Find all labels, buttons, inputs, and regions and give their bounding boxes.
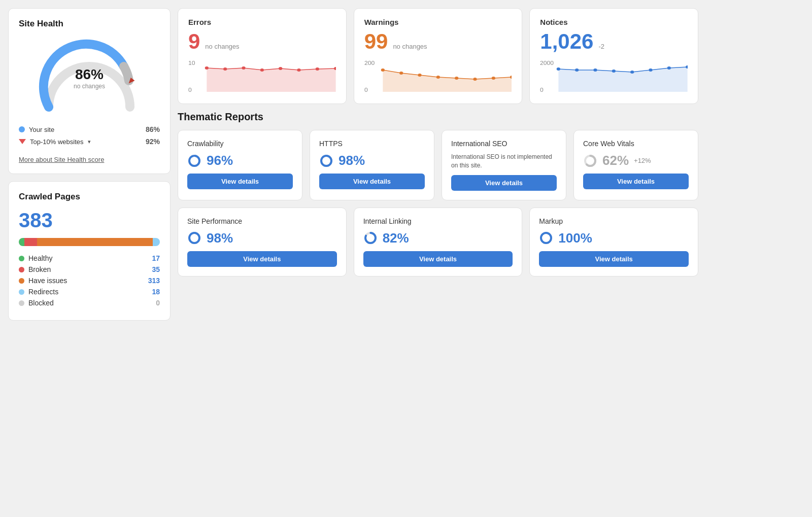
site-perf-btn[interactable]: View details [187, 251, 337, 267]
legend-redirects: Redirects 18 [19, 288, 160, 296]
your-site-label: Your site [29, 126, 54, 133]
notices-change: -2 [598, 43, 604, 50]
legend-issues: Have issues 313 [19, 277, 160, 285]
svg-point-16 [399, 72, 403, 75]
https-donut [319, 154, 333, 168]
svg-text:10: 10 [188, 60, 195, 66]
thematic-row2: Site Performance 98% View details Intern… [178, 208, 698, 277]
svg-text:200: 200 [364, 60, 375, 66]
top-sites-triangle [19, 139, 26, 144]
more-link[interactable]: More about Site Health score [19, 156, 104, 163]
svg-point-41 [189, 233, 199, 243]
site-health-card: Site Health 86% no changes [8, 8, 171, 174]
cwv-score-row: 62% +12% [583, 153, 689, 168]
label-blocked: Blocked [28, 299, 54, 307]
warnings-title: Warnings [364, 18, 512, 26]
svg-point-10 [316, 67, 319, 71]
cwv-donut [583, 154, 597, 168]
svg-point-45 [541, 233, 551, 243]
gauge-center: 86% no changes [74, 66, 105, 90]
legend-blocked: Blocked 0 [19, 299, 160, 307]
svg-point-4 [205, 66, 209, 70]
cwv-btn[interactable]: View details [583, 174, 689, 189]
markup-btn[interactable]: View details [539, 251, 689, 267]
notices-number-row: 1,026 -2 [540, 29, 688, 54]
errors-svg: 10 0 [188, 59, 336, 94]
site-perf-donut [187, 231, 201, 245]
cwv-change: +12% [634, 157, 651, 164]
left-column: Site Health 86% no changes [8, 8, 171, 321]
report-intl-seo: International SEO International SEO is n… [442, 130, 566, 200]
svg-point-19 [455, 77, 458, 80]
svg-point-7 [260, 68, 264, 72]
gauge-label: no changes [74, 83, 105, 90]
errors-count: 9 [188, 29, 200, 54]
report-crawlability: Crawlability 96% View details [178, 130, 302, 200]
dropdown-icon[interactable]: ▾ [88, 139, 91, 145]
thematic-title: Thematic Reports [178, 111, 698, 123]
svg-point-28 [594, 68, 597, 72]
warnings-svg: 200 0 [364, 59, 512, 94]
legend-broken: Broken 35 [19, 265, 160, 273]
your-site-dot [19, 126, 25, 132]
notices-chart: 2000 0 [540, 59, 688, 94]
count-broken: 35 [152, 265, 160, 273]
notices-svg: 2000 0 [540, 59, 688, 94]
site-perf-title: Site Performance [187, 217, 337, 225]
dot-healthy [19, 256, 24, 261]
svg-point-37 [321, 156, 331, 166]
top-sites-value: 92% [146, 137, 160, 146]
label-redirects: Redirects [28, 288, 58, 296]
crawlability-title: Crawlability [187, 140, 293, 148]
svg-point-31 [649, 68, 653, 72]
crawled-pages-card: Crawled Pages 383 Healthy 17 Broken [8, 181, 171, 321]
svg-point-32 [667, 66, 671, 70]
svg-text:2000: 2000 [540, 60, 554, 66]
gauge-container: 86% no changes [19, 36, 160, 117]
stats-row: Errors 9 no changes 10 0 [178, 8, 698, 104]
svg-text:0: 0 [364, 87, 368, 93]
notices-card: Notices 1,026 -2 2000 0 [529, 8, 698, 104]
dot-issues [19, 278, 24, 284]
intl-seo-btn[interactable]: View details [451, 175, 557, 191]
crawlability-donut [187, 154, 201, 168]
site-perf-score-row: 98% [187, 230, 337, 246]
report-markup: Markup 100% View details [529, 208, 698, 277]
crawlability-pct: 96% [207, 153, 233, 168]
svg-point-27 [575, 68, 579, 72]
label-broken: Broken [28, 265, 51, 273]
https-pct: 98% [339, 153, 365, 168]
your-site-value: 86% [146, 125, 160, 133]
bar-broken [24, 238, 37, 246]
crawled-pages-total: 383 [19, 209, 160, 232]
warnings-change: no changes [393, 43, 427, 50]
svg-point-30 [630, 71, 634, 74]
right-column: Errors 9 no changes 10 0 [178, 8, 698, 321]
errors-change: no changes [205, 43, 239, 50]
bar-healthy [19, 238, 24, 246]
https-title: HTTPS [319, 140, 425, 148]
warnings-chart: 200 0 [364, 59, 512, 94]
dashboard: Site Health 86% no changes [8, 8, 698, 321]
https-btn[interactable]: View details [319, 174, 425, 189]
svg-point-35 [189, 156, 199, 166]
dot-blocked [19, 300, 24, 306]
markup-donut [539, 231, 553, 245]
internal-linking-btn[interactable]: View details [363, 251, 513, 267]
svg-point-6 [242, 66, 245, 70]
svg-point-5 [223, 67, 227, 71]
notices-count: 1,026 [540, 29, 593, 54]
bar-issues [37, 238, 153, 246]
dot-broken [19, 267, 24, 272]
svg-point-8 [279, 67, 282, 70]
label-issues: Have issues [28, 277, 67, 285]
report-site-perf: Site Performance 98% View details [178, 208, 347, 277]
report-https: HTTPS 98% View details [310, 130, 434, 200]
crawlability-btn[interactable]: View details [187, 174, 293, 189]
markup-pct: 100% [558, 230, 592, 246]
errors-title: Errors [188, 18, 336, 26]
svg-point-18 [436, 76, 439, 79]
errors-number-row: 9 no changes [188, 29, 336, 54]
svg-point-20 [473, 78, 477, 81]
site-health-title: Site Health [19, 19, 160, 29]
